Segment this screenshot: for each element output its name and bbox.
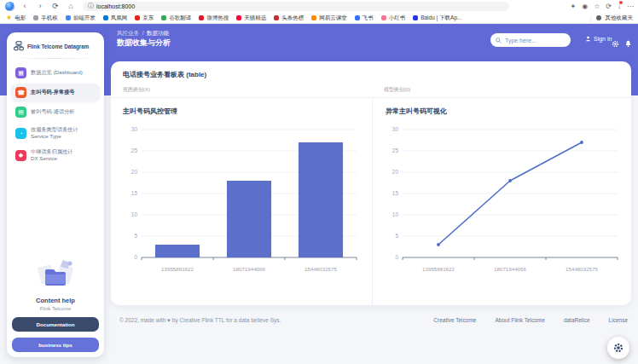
footer-link[interactable]: License (609, 317, 628, 323)
bookmark-label: 网易云课堂 (319, 14, 347, 22)
bookmark-item[interactable]: 网易云课堂 (311, 14, 347, 22)
card-divider-horizontal (111, 97, 631, 98)
bookmark-favicon (236, 15, 241, 20)
help-illustration-icon (36, 259, 75, 290)
bookmark-star-icon[interactable]: ☆ (594, 1, 600, 12)
bookmark-star-icon: ★ (6, 14, 12, 21)
settings-fab[interactable] (607, 337, 629, 359)
svg-text:20: 20 (392, 169, 399, 175)
bookmark-item[interactable]: 手机板 (33, 14, 58, 22)
more-icon[interactable]: ⋯ (627, 1, 634, 12)
home-button[interactable]: ⌂ (66, 0, 76, 12)
other-bookmarks-label: 其他收藏夹 (606, 14, 634, 22)
person-icon (585, 36, 591, 42)
breadcrumb-root[interactable]: 风控业务 (117, 30, 139, 36)
service-type-icon: ◔ (15, 128, 26, 139)
svg-text:30: 30 (131, 126, 138, 132)
bookmark-label: 电影 (14, 14, 26, 22)
bookmark-item[interactable]: 前端开发 (66, 14, 96, 22)
bookmark-item[interactable]: 飞书 (355, 14, 374, 22)
site-info-icon[interactable]: ⓘ (88, 2, 94, 10)
svg-text:0: 0 (395, 254, 398, 260)
sidebar-item-sublabel: DX Service (31, 155, 73, 162)
sidebar-item[interactable]: ▤被叫号码-通话分析 (11, 103, 100, 121)
sidebar-item[interactable]: ☎主叫号码-异常接号 (11, 84, 100, 101)
card-divider-vertical (372, 97, 373, 305)
bookmarks-separator: | (590, 15, 592, 21)
sidebar-nav: ▦数据总览 (Dashboard)☎主叫号码-异常接号▤被叫号码-通话分析◔按服… (7, 64, 104, 165)
svg-text:15448032575: 15448032575 (566, 266, 598, 272)
bookmark-item[interactable]: ★电影 (6, 14, 26, 22)
svg-text:18071944066: 18071944066 (233, 266, 265, 272)
bookmark-item[interactable]: 天猫精选 (236, 14, 266, 22)
caller-anomaly-icon: ☎ (15, 87, 26, 98)
sign-in-button[interactable]: Sign in (585, 36, 612, 42)
svg-text:20: 20 (131, 169, 138, 175)
browser-chrome: ‹›⟳⌂ ⓘ localhost:8000 ✦◉☆⟳↓⋯ ★电影手机板前端开发凤… (0, 0, 638, 24)
profile-icon[interactable]: ◉ (582, 1, 588, 12)
bell-icon[interactable] (624, 36, 632, 51)
back-button[interactable]: ‹ (20, 0, 30, 12)
bookmark-label: 小红书 (389, 14, 406, 22)
svg-text:5: 5 (134, 233, 137, 239)
sidebar-item[interactable]: ◆中继话务归属统计DX Service (11, 145, 100, 165)
history-icon[interactable]: ⟳ (606, 1, 612, 12)
browser-logo-icon (5, 2, 14, 11)
bookmark-item[interactable]: 小红书 (381, 14, 406, 22)
browser-action-icons: ✦◉☆⟳↓⋯ (570, 1, 634, 12)
svg-text:13955881622: 13955881622 (161, 266, 194, 272)
bookmark-label: 头条热榜 (281, 14, 304, 22)
other-bookmarks[interactable]: | 其他收藏夹 (590, 14, 633, 22)
breadcrumb: 风控业务 / 数据功能 (117, 30, 169, 38)
footer-link[interactable]: About Flink Telcome (495, 317, 544, 323)
bookmark-item[interactable]: 京东 (135, 14, 154, 22)
bookmark-item[interactable]: 谷歌翻译 (161, 14, 191, 22)
svg-text:0: 0 (134, 254, 137, 260)
bookmark-favicon (33, 15, 38, 20)
sidebar-item-sublabel: Service Type (31, 133, 78, 140)
documentation-button[interactable]: Documentation (12, 317, 99, 332)
bookmark-favicon (311, 15, 316, 20)
line-chart-title: 异常主叫号码可视化 (386, 107, 447, 116)
sidebar-item[interactable]: ▦数据总览 (Dashboard) (11, 64, 100, 82)
folder-icon (596, 15, 601, 20)
bookmark-favicon (161, 15, 166, 20)
help-box: Content help Flink Telcome Documentation… (7, 254, 104, 357)
footer-link[interactable]: dataRelice (564, 317, 590, 323)
business-tips-button[interactable]: business tips (12, 338, 99, 352)
reload-button[interactable]: ⟳ (50, 0, 61, 12)
bookmark-item[interactable]: 头条热榜 (274, 14, 304, 22)
download-icon[interactable]: ↓ (618, 1, 621, 12)
bookmark-item[interactable]: Baidu | 下载Ap... (413, 14, 461, 22)
svg-text:15: 15 (392, 190, 399, 196)
browser-nav-buttons: ‹›⟳⌂ (14, 0, 76, 12)
url-text: localhost:8000 (96, 3, 135, 9)
extensions-icon[interactable]: ✦ (570, 1, 576, 12)
svg-text:10: 10 (131, 211, 138, 217)
sign-in-label: Sign in (594, 36, 612, 42)
bookmark-label: 天猫精选 (244, 14, 266, 22)
svg-text:25: 25 (392, 147, 399, 153)
bookmark-item[interactable]: 微博热搜 (199, 14, 229, 22)
bookmark-label: 京东 (142, 14, 154, 22)
svg-text:30: 30 (392, 126, 399, 132)
settings-icon[interactable] (612, 36, 619, 51)
page-title: 数据收集与分析 (117, 38, 171, 49)
address-bar[interactable]: ⓘ localhost:8000 (83, 2, 509, 11)
forward-button[interactable]: › (35, 0, 45, 12)
svg-text:5: 5 (395, 233, 398, 239)
view-category-label: 视图类别(X) (123, 86, 150, 94)
dx-service-icon: ◆ (15, 150, 26, 161)
bookmarks-bar: ★电影手机板前端开发凤凰网京东谷歌翻译微博热搜天猫精选头条热榜网易云课堂飞书小红… (0, 12, 638, 24)
app-logo-text: Flink Telcome Datagram (27, 43, 89, 49)
bookmark-item[interactable]: 凤凰网 (103, 14, 128, 22)
search-input[interactable]: Type here... (490, 33, 571, 47)
bookmark-favicon (103, 15, 108, 20)
app-logo[interactable]: Flink Telcome Datagram (7, 32, 104, 58)
browser-toolbar: ‹›⟳⌂ ⓘ localhost:8000 ✦◉☆⟳↓⋯ (0, 0, 638, 12)
copyright-text: © 2022, made with ♥ by Creative Flink TT… (119, 317, 281, 323)
sidebar-item-label: 被叫号码-通话分析 (31, 108, 75, 115)
sidebar-item[interactable]: ◔按服务类型话务统计Service Type (11, 123, 100, 143)
footer-link[interactable]: Creative Telcome (433, 317, 476, 323)
datagram-logo-icon (14, 41, 24, 51)
